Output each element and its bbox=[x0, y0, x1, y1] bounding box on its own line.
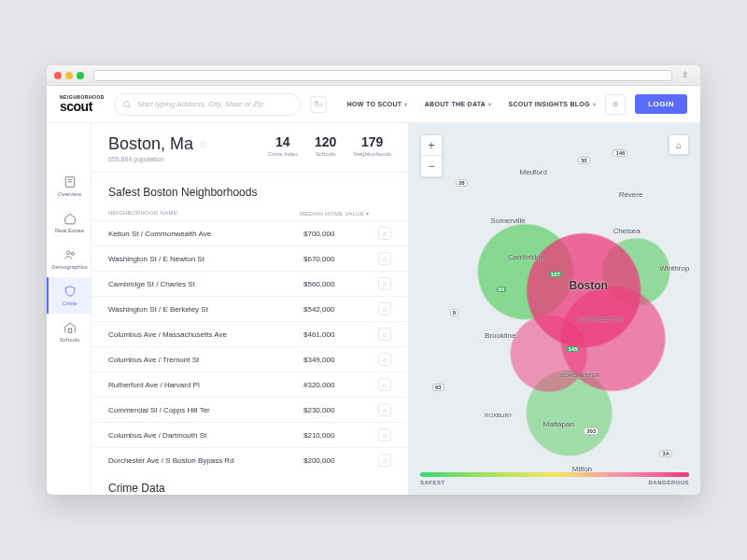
row-home-button[interactable]: ⌂ bbox=[378, 454, 391, 467]
route-shield: 99 bbox=[497, 287, 507, 292]
route-shield: 3A bbox=[659, 450, 672, 457]
sort-icon: ▾ bbox=[366, 211, 369, 217]
row-home-button[interactable]: ⌂ bbox=[378, 403, 391, 416]
map-home-button[interactable]: ⌂ bbox=[669, 134, 689, 155]
row-name: Washington St / E Newton St bbox=[108, 255, 303, 263]
zoom-out-button[interactable]: − bbox=[421, 156, 442, 176]
city-title: Boston, Ma ☆ bbox=[108, 134, 207, 154]
table-row[interactable]: Commercial St / Copps Hill Ter$230,000⌂ bbox=[92, 397, 408, 422]
browser-chrome: ⇪ bbox=[47, 65, 700, 86]
svg-point-5 bbox=[66, 251, 70, 255]
city-stats: 14 Crime Index 120 Schools 179 Neighborh… bbox=[268, 134, 391, 157]
col-value[interactable]: MEDIAN HOME VALUE ▾ bbox=[300, 210, 374, 217]
nav-about-data[interactable]: ABOUT THE DATA▾ bbox=[425, 101, 492, 107]
map-label-winthrop: Winthrop bbox=[659, 264, 689, 273]
route-shield: 146 bbox=[613, 149, 627, 157]
menu-button[interactable]: ≡ bbox=[605, 94, 626, 115]
table-row[interactable]: Columbus Ave / Dartmouth St$210,000⌂ bbox=[92, 422, 408, 447]
brand-logo[interactable]: NEIGHBORHOOD scout bbox=[60, 95, 105, 113]
sidebar-item-schools[interactable]: Schools bbox=[47, 314, 91, 350]
map-label-revere: Revere bbox=[619, 190, 643, 199]
search-input[interactable]: Start typing Address, City, State or Zip bbox=[114, 93, 301, 116]
sidebar-item-real-estate[interactable]: Real Estate bbox=[47, 204, 91, 241]
login-button[interactable]: LOGIN bbox=[635, 94, 687, 114]
minimize-window-icon[interactable] bbox=[65, 72, 73, 79]
table-row[interactable]: Columbus Ave / Massachusetts Ave$461,000… bbox=[92, 321, 408, 346]
sidebar-item-overview[interactable]: Overview bbox=[47, 168, 91, 204]
row-home-button[interactable]: ⌂ bbox=[378, 328, 391, 341]
route-shield: 30 bbox=[578, 157, 590, 164]
svg-rect-7 bbox=[68, 329, 72, 332]
route-shield: 93 bbox=[432, 384, 444, 391]
row-value: #320,000 bbox=[303, 381, 378, 389]
map-canvas[interactable]: Boston Cambridge Somerville Medford Reve… bbox=[409, 123, 700, 495]
table-row[interactable]: Rutherford Ave / Harvard Pl#320,000⌂ bbox=[92, 371, 408, 397]
map-label-chelsea: Chelsea bbox=[613, 227, 640, 235]
row-name: Rutherford Ave / Harvard Pl bbox=[108, 381, 303, 389]
row-home-button[interactable]: ⌂ bbox=[378, 428, 391, 441]
map-panel[interactable]: Boston Cambridge Somerville Medford Reve… bbox=[409, 123, 700, 495]
legend-safe-label: SAFEST bbox=[420, 480, 445, 485]
table-row[interactable]: Washington St / E Berkeley St$542,000⌂ bbox=[92, 296, 408, 321]
crime-data-title: Crime Data bbox=[92, 469, 408, 495]
map-label-cambridge: Cambridge bbox=[508, 253, 544, 261]
sidebar-item-crime[interactable]: Crime bbox=[47, 277, 91, 314]
house-icon bbox=[63, 212, 77, 225]
sidebar-item-label: Schools bbox=[60, 337, 79, 343]
share-icon[interactable]: ⇪ bbox=[682, 70, 693, 81]
filter-button[interactable]: ⚗▾ bbox=[310, 96, 327, 113]
chevron-down-icon: ▾ bbox=[488, 101, 491, 107]
map-label-southboston: SOUTH BOSTON bbox=[578, 316, 623, 322]
row-home-button[interactable]: ⌂ bbox=[378, 277, 391, 290]
row-home-button[interactable]: ⌂ bbox=[378, 353, 391, 366]
map-label-boston: Boston bbox=[570, 279, 608, 292]
nav-how-to-scout[interactable]: HOW TO SCOUT▾ bbox=[347, 101, 408, 107]
row-home-button[interactable]: ⌂ bbox=[378, 227, 391, 240]
close-window-icon[interactable] bbox=[54, 72, 62, 79]
url-field[interactable] bbox=[93, 70, 672, 81]
window-controls bbox=[54, 72, 84, 79]
svg-point-6 bbox=[71, 252, 74, 255]
row-value: $542,000 bbox=[303, 305, 378, 314]
map-legend: SAFEST DANGEROUS bbox=[420, 472, 689, 485]
table-row[interactable]: Cambridge St / Charles St$560,000⌂ bbox=[92, 271, 408, 296]
people-icon bbox=[63, 248, 77, 261]
row-home-button[interactable]: ⌂ bbox=[378, 378, 391, 391]
row-name: Cambridge St / Charles St bbox=[108, 280, 303, 288]
table-row[interactable]: Washington St / E Newton St$670,000⌂ bbox=[92, 245, 408, 271]
row-value: $349,000 bbox=[303, 356, 378, 364]
row-name: Columbus Ave / Massachusetts Ave bbox=[108, 330, 303, 339]
table-body: Kelton St / Commonwealth Ave$700,000⌂Was… bbox=[92, 220, 408, 469]
row-home-button[interactable]: ⌂ bbox=[378, 302, 391, 315]
nav-insights-blog[interactable]: SCOUT INSIGHTS BLOG▾ bbox=[508, 101, 596, 107]
city-population: 655,884 population bbox=[108, 156, 207, 162]
map-label-roxbury: ROXBURY bbox=[485, 413, 513, 418]
stat-neighborhoods: 179 Neighborhoods bbox=[353, 134, 391, 157]
shield-icon bbox=[63, 285, 77, 298]
favorite-star-icon[interactable]: ☆ bbox=[199, 139, 207, 149]
list-title: Safest Boston Neighborhoods bbox=[92, 173, 408, 206]
sidebar: Overview Real Estate Demographics Crime … bbox=[47, 123, 92, 495]
sidebar-item-demographics[interactable]: Demographics bbox=[47, 241, 91, 277]
zoom-in-button[interactable]: + bbox=[421, 135, 442, 156]
row-value: $210,000 bbox=[303, 431, 378, 440]
route-shield: 9 bbox=[450, 309, 458, 316]
primary-nav: HOW TO SCOUT▾ ABOUT THE DATA▾ SCOUT INSI… bbox=[347, 101, 596, 107]
maximize-window-icon[interactable] bbox=[77, 72, 84, 79]
overview-icon bbox=[63, 175, 77, 189]
brand-title: scout bbox=[60, 100, 105, 113]
table-row[interactable]: Columbus Ave / Tremont St$349,000⌂ bbox=[92, 346, 408, 371]
route-shield: 203 bbox=[584, 427, 599, 435]
route-shield: 107 bbox=[549, 272, 562, 277]
table-row[interactable]: Dorchester Ave / S Boston Bypass Rd$200,… bbox=[92, 447, 408, 469]
row-value: $560,000 bbox=[303, 280, 378, 288]
map-label-brookline: Brookline bbox=[485, 331, 515, 340]
route-shield: 145 bbox=[566, 346, 579, 352]
table-row[interactable]: Kelton St / Commonwealth Ave$700,000⌂ bbox=[92, 220, 408, 245]
map-label-medford: Medford bbox=[520, 168, 547, 176]
content-area: Boston, Ma ☆ 655,884 population 14 Crime… bbox=[92, 123, 700, 495]
col-name[interactable]: NEIGHBORHOOD NAME bbox=[108, 210, 300, 217]
map-label-somerville: Somerville bbox=[490, 217, 525, 225]
sidebar-item-label: Crime bbox=[63, 301, 78, 306]
row-home-button[interactable]: ⌂ bbox=[378, 252, 391, 265]
